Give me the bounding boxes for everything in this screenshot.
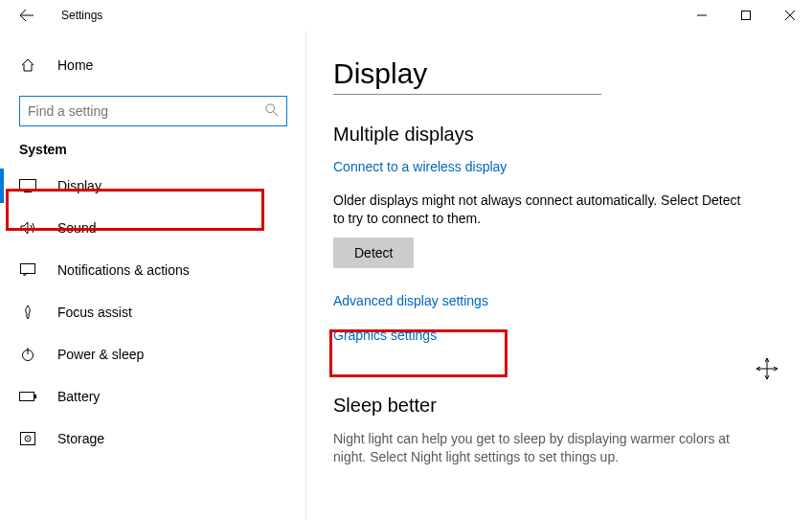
close-button[interactable] <box>768 0 812 31</box>
display-icon <box>19 177 36 194</box>
sidebar-item-storage[interactable]: Storage <box>0 418 305 460</box>
maximize-button[interactable] <box>724 0 768 31</box>
heading-sleep-better: Sleep better <box>333 395 785 417</box>
minimize-button[interactable] <box>680 0 724 31</box>
sidebar-item-notifications[interactable]: Notifications & actions <box>0 249 305 291</box>
title-underline <box>333 94 601 95</box>
back-button[interactable] <box>8 0 46 31</box>
heading-multiple-displays: Multiple displays <box>333 124 785 146</box>
sidebar-section-system: System <box>0 142 305 157</box>
sidebar-item-label: Power & sleep <box>57 347 144 362</box>
power-icon <box>19 346 36 363</box>
sidebar-item-battery[interactable]: Battery <box>0 375 305 418</box>
search-icon <box>265 103 279 120</box>
arrow-left-icon <box>19 8 34 23</box>
sidebar-item-label: Notifications & actions <box>57 262 190 278</box>
main-content: Display Multiple displays Connect to a w… <box>306 31 812 520</box>
link-graphics-settings[interactable]: Graphics settings <box>333 328 437 343</box>
sidebar-item-sound[interactable]: Sound <box>0 207 305 249</box>
sound-icon <box>19 219 36 237</box>
window-controls <box>680 0 812 31</box>
link-connect-wireless[interactable]: Connect to a wireless display <box>333 159 507 174</box>
sidebar-item-label: Sound <box>57 220 96 236</box>
notifications-icon <box>19 261 36 279</box>
svg-point-15 <box>27 438 29 440</box>
move-cursor-icon <box>756 358 778 382</box>
close-icon <box>785 11 795 20</box>
sidebar-item-label: Storage <box>57 431 104 446</box>
svg-rect-11 <box>20 393 34 401</box>
sidebar: Home System Display Sound <box>0 31 306 520</box>
minimize-icon <box>697 11 707 20</box>
svg-point-4 <box>266 103 275 112</box>
link-advanced-display[interactable]: Advanced display settings <box>333 293 488 308</box>
sleep-description: Night light can help you get to sleep by… <box>333 430 755 466</box>
sidebar-item-label: Display <box>57 178 102 193</box>
storage-icon <box>19 430 36 447</box>
search-box[interactable] <box>19 96 287 126</box>
window-title: Settings <box>61 9 102 22</box>
svg-rect-6 <box>20 180 36 191</box>
search-input[interactable] <box>28 103 258 119</box>
home-icon <box>19 57 36 74</box>
svg-rect-1 <box>742 11 751 20</box>
sidebar-item-power-sleep[interactable]: Power & sleep <box>0 333 305 375</box>
sidebar-home[interactable]: Home <box>0 46 305 84</box>
maximize-icon <box>741 11 751 20</box>
titlebar: Settings <box>0 0 812 31</box>
sidebar-item-display[interactable]: Display <box>0 165 305 207</box>
sidebar-item-focus-assist[interactable]: Focus assist <box>0 291 305 333</box>
sidebar-home-label: Home <box>57 57 93 73</box>
svg-rect-8 <box>21 264 35 274</box>
sidebar-item-label: Focus assist <box>57 305 132 320</box>
sidebar-item-label: Battery <box>57 389 100 404</box>
focus-assist-icon <box>19 304 36 321</box>
detect-description: Older displays might not always connect … <box>333 192 745 228</box>
svg-line-5 <box>274 111 278 115</box>
svg-rect-12 <box>34 395 36 398</box>
battery-icon <box>19 388 36 405</box>
page-title: Display <box>333 57 785 90</box>
detect-button[interactable]: Detect <box>333 237 414 268</box>
